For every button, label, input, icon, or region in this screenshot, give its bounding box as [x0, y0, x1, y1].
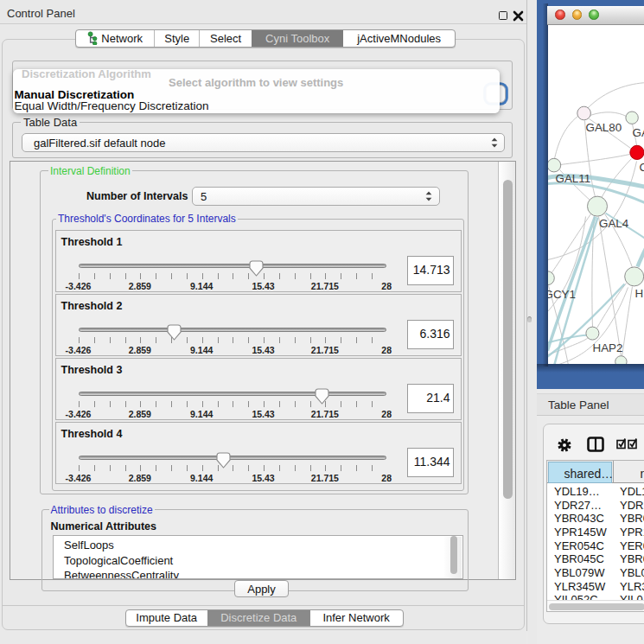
svg-text:H: H [634, 286, 643, 299]
svg-text:GAL4: GAL4 [599, 216, 629, 229]
svg-text:GA: GA [632, 125, 644, 138]
svg-text:GAL80: GAL80 [585, 120, 622, 133]
svg-text:HAP2: HAP2 [592, 341, 622, 354]
svg-text:GAL11: GAL11 [555, 171, 590, 184]
svg-text:C: C [639, 160, 644, 173]
svg-text:GCY1: GCY1 [548, 287, 576, 300]
